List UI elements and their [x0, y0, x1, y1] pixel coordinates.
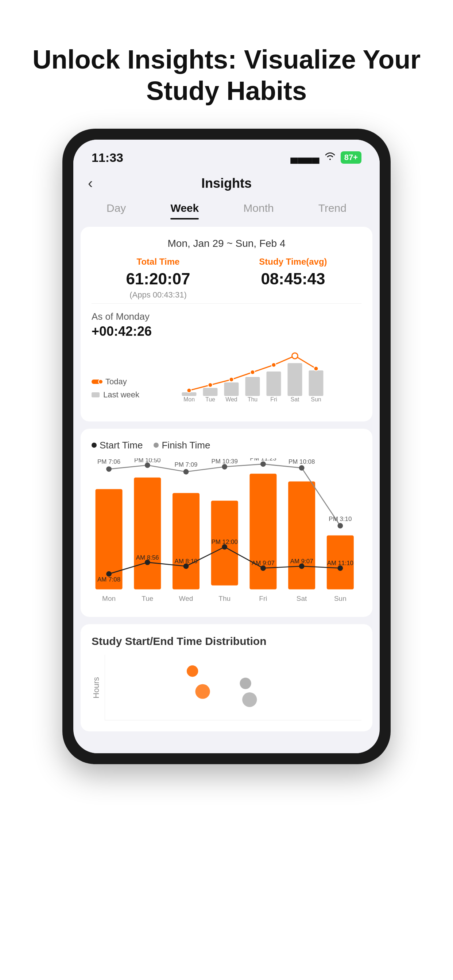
wifi-icon	[325, 152, 335, 163]
svg-rect-22	[134, 477, 161, 590]
svg-point-34	[337, 523, 343, 528]
tab-week[interactable]: Week	[170, 202, 199, 220]
svg-point-63	[187, 666, 198, 677]
status-time: 11:33	[91, 151, 123, 165]
diff-value: +00:42:26	[91, 324, 362, 339]
tab-day[interactable]: Day	[107, 202, 126, 220]
svg-point-28	[106, 466, 112, 472]
svg-text:PM 10:50: PM 10:50	[134, 458, 161, 464]
y-axis-label: Hours	[91, 677, 101, 698]
svg-text:Tue: Tue	[205, 396, 215, 402]
weekly-bar-chart: Mon Tue Wed Thu Fri Sat Sun	[147, 345, 362, 403]
svg-rect-1	[203, 388, 218, 396]
page-title: Unlock Insights: Visualize Your Study Ha…	[0, 0, 453, 129]
svg-point-8	[208, 383, 213, 387]
status-icons: ▄▄▄▄ 87+	[290, 151, 362, 164]
svg-text:Mon: Mon	[102, 595, 116, 602]
svg-point-66	[242, 692, 257, 707]
phone-mockup: 11:33 ▄▄▄▄ 87+ ‹ Insights Day Week	[62, 129, 391, 765]
svg-point-11	[272, 363, 276, 367]
stats-row: Total Time 61:20:07 (Apps 00:43:31) Stud…	[91, 257, 362, 300]
svg-rect-4	[266, 372, 281, 396]
svg-rect-2	[224, 382, 239, 396]
svg-point-32	[260, 461, 266, 467]
svg-point-7	[187, 388, 191, 393]
svg-text:Wed: Wed	[225, 396, 238, 402]
date-range: Mon, Jan 29 ~ Sun, Feb 4	[91, 238, 362, 250]
battery-icon: 87+	[341, 151, 362, 164]
svg-text:Tue: Tue	[142, 595, 153, 602]
total-time-value: 61:20:07	[126, 270, 190, 288]
svg-text:PM 3:10: PM 3:10	[329, 515, 352, 522]
svg-rect-26	[288, 481, 315, 589]
svg-rect-3	[246, 377, 260, 396]
chart-legend-row: Start Time Finish Time	[91, 440, 362, 451]
legend-finish-time: Finish Time	[153, 440, 210, 451]
app-header: ‹ Insights	[73, 169, 380, 198]
svg-point-65	[239, 678, 251, 689]
svg-text:PM 10:39: PM 10:39	[212, 458, 238, 465]
svg-text:PM 11:23: PM 11:23	[250, 458, 276, 462]
svg-point-30	[183, 469, 189, 474]
status-bar: 11:33 ▄▄▄▄ 87+	[73, 140, 380, 169]
svg-rect-23	[172, 493, 199, 589]
svg-text:PM 7:09: PM 7:09	[175, 461, 198, 468]
svg-point-9	[230, 377, 234, 382]
svg-rect-6	[309, 371, 324, 396]
study-time-block: Study Time(avg) 08:45:43	[259, 257, 327, 300]
svg-text:AM 9:07: AM 9:07	[290, 557, 313, 565]
svg-point-33	[299, 465, 305, 471]
distribution-chart	[105, 655, 362, 720]
tab-month[interactable]: Month	[243, 202, 274, 220]
total-time-label: Total Time	[126, 257, 190, 267]
svg-text:PM 10:08: PM 10:08	[289, 458, 315, 465]
legend-today: Today	[91, 377, 139, 387]
svg-rect-5	[288, 363, 302, 396]
weekly-chart-section: As of Monday +00:42:26 Today	[91, 311, 362, 410]
signal-icon: ▄▄▄▄	[290, 152, 319, 163]
start-end-chart-card: Start Time Finish Time	[81, 429, 372, 617]
svg-point-64	[195, 684, 210, 699]
svg-text:Mon: Mon	[183, 396, 195, 402]
legend-last-week: Last week	[91, 390, 139, 399]
svg-text:Sat: Sat	[291, 396, 300, 402]
total-time-block: Total Time 61:20:07 (Apps 00:43:31)	[126, 257, 190, 300]
study-time-value: 08:45:43	[259, 270, 327, 288]
study-time-label: Study Time(avg)	[259, 257, 327, 267]
finish-dot	[153, 442, 159, 448]
chart-legend: Today Last week	[91, 345, 139, 410]
svg-text:AM 9:07: AM 9:07	[252, 560, 274, 566]
as-of-label: As of Monday	[91, 311, 362, 322]
svg-text:AM 7:08: AM 7:08	[97, 576, 120, 583]
svg-text:Fri: Fri	[270, 396, 277, 402]
back-button[interactable]: ‹	[88, 175, 93, 191]
distribution-card: Study Start/End Time Distribution Hours	[81, 624, 372, 731]
svg-rect-25	[249, 474, 276, 589]
svg-text:Sun: Sun	[334, 595, 346, 602]
svg-point-31	[222, 464, 227, 469]
svg-point-13	[314, 366, 318, 371]
svg-text:AM 8:10: AM 8:10	[175, 557, 198, 565]
svg-text:Fri: Fri	[259, 595, 267, 602]
legend-start-time: Start Time	[91, 440, 143, 451]
start-end-svg-chart: PM 7:06 PM 10:50 PM 7:09 PM 10:39 PM 11:…	[91, 458, 362, 605]
svg-text:Sun: Sun	[311, 396, 321, 402]
svg-point-10	[250, 370, 255, 374]
distribution-title: Study Start/End Time Distribution	[91, 635, 362, 648]
tab-trend[interactable]: Trend	[318, 202, 346, 220]
svg-text:Thu: Thu	[219, 595, 231, 602]
start-dot	[91, 442, 97, 448]
svg-text:Wed: Wed	[179, 595, 193, 602]
svg-point-12	[292, 353, 298, 359]
total-time-sub: (Apps 00:43:31)	[126, 290, 190, 300]
svg-text:PM 12:00: PM 12:00	[212, 538, 238, 545]
svg-text:AM 11:10: AM 11:10	[327, 560, 353, 566]
tabs-bar: Day Week Month Trend	[73, 198, 380, 220]
chart-area: Today Last week	[91, 345, 362, 410]
svg-text:Thu: Thu	[248, 396, 258, 402]
app-header-title: Insights	[201, 176, 252, 191]
svg-text:AM 8:56: AM 8:56	[136, 554, 159, 561]
svg-text:Sat: Sat	[297, 595, 307, 602]
summary-card: Mon, Jan 29 ~ Sun, Feb 4 Total Time 61:2…	[81, 227, 372, 422]
svg-text:PM 7:06: PM 7:06	[97, 458, 120, 465]
